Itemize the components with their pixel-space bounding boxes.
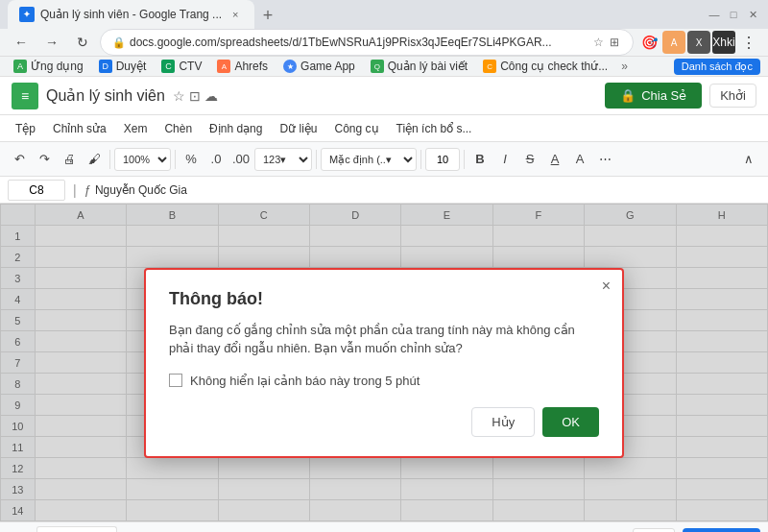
undo-button[interactable]: ↶ <box>8 148 31 171</box>
minimize-button[interactable]: — <box>707 7 722 22</box>
bold-button[interactable]: B <box>468 148 492 171</box>
khoi-button[interactable]: Khởi <box>709 84 756 108</box>
italic-button[interactable]: I <box>493 148 516 171</box>
sheets-logo-icon: ≡ <box>21 88 29 104</box>
share-button[interactable]: 🔒 Chia Sẻ <box>605 83 702 109</box>
collapse-toolbar-button[interactable]: ∧ <box>737 148 760 171</box>
sheets-title-icons: ☆ ⊡ ☁ <box>173 88 218 104</box>
bookmark-game-icon: ★ <box>283 60 297 73</box>
browser-window: ✦ Quản lý sinh viên - Google Trang ... ×… <box>0 0 768 532</box>
number-format-select[interactable]: 123▾ <box>254 148 312 171</box>
redo-button[interactable]: ↷ <box>33 148 56 171</box>
paint-format-button[interactable]: 🖌 <box>83 148 106 171</box>
bookmark-duyet-icon: D <box>99 60 112 73</box>
format-decimal-button[interactable]: .0 <box>204 148 228 171</box>
filter-select[interactable]: abc ▾ <box>633 528 676 532</box>
bookmark-ahrefs-label: Ahrefs <box>234 60 268 73</box>
dialog-checkbox-row: Không hiển lại cảnh báo này trong 5 phút <box>169 374 599 388</box>
sheets-title: Quản lý sinh viên <box>46 86 165 105</box>
bookmark-check-label: Công cụ check thứ... <box>500 60 608 73</box>
dialog-checkbox[interactable] <box>169 374 182 387</box>
bookmarks-more-button[interactable]: » <box>621 60 628 73</box>
dialog-close-button[interactable]: × <box>602 278 611 295</box>
dialog-message: Bạn đang cố gắng chỉnh sửa một phần của … <box>169 321 599 358</box>
explore-button[interactable]: + Khám phá <box>683 528 760 533</box>
font-family-select[interactable]: Mặc định (..▾ <box>321 148 417 171</box>
dialog-checkbox-label: Không hiển lại cảnh báo này trong 5 phút <box>190 374 420 388</box>
bookmark-ahrefs[interactable]: A Ahrefs <box>211 57 274 76</box>
bookmark-apps[interactable]: A Ứng dụng <box>8 57 89 76</box>
address-action-icons: ☆ ⊞ <box>591 34 621 51</box>
tab-close-button[interactable]: × <box>228 7 243 22</box>
function-icon[interactable]: ƒ <box>84 182 91 197</box>
menu-chen[interactable]: Chèn <box>156 119 200 138</box>
add-sheet-button[interactable]: + <box>8 529 16 533</box>
close-button[interactable]: ✕ <box>745 7 760 22</box>
ok-button[interactable]: OK <box>542 407 599 437</box>
active-tab[interactable]: ✦ Quản lý sinh viên - Google Trang ... × <box>8 0 254 29</box>
bookmark-ahrefs-icon: A <box>217 60 230 73</box>
window-controls: — □ ✕ <box>707 7 760 22</box>
bookmark-check[interactable]: C Công cụ check thứ... <box>477 57 613 76</box>
back-button[interactable]: ← <box>8 29 35 56</box>
format-decimal2-button[interactable]: .00 <box>229 148 252 171</box>
share-label: Chia Sẻ <box>641 88 686 103</box>
lock-icon: 🔒 <box>112 36 126 49</box>
dialog-buttons: Hủy OK <box>169 407 599 437</box>
menu-cong-cu[interactable]: Công cụ <box>326 119 386 138</box>
bottom-right: abc ▾ + Khám phá <box>633 528 760 533</box>
maximize-button[interactable]: □ <box>726 7 741 22</box>
menu-dinh-dang[interactable]: Định dạng <box>202 119 270 138</box>
bookmark-star-icon[interactable]: ☆ <box>591 34 606 51</box>
share-lock-icon: 🔒 <box>620 88 636 103</box>
ext-icon-4[interactable]: Xhki <box>712 31 735 54</box>
menu-chinh-sua[interactable]: Chỉnh sửa <box>45 119 114 138</box>
more-formats-button[interactable]: ⋯ <box>593 148 616 171</box>
bookmarks-bar: A Ứng dụng D Duyệt C CTV A Ahrefs ★ Game… <box>0 57 768 77</box>
forward-button[interactable]: → <box>38 29 65 56</box>
bookmark-viet[interactable]: Q Quản lý bài viết <box>365 57 473 76</box>
reading-list-area: Danh sách đọc <box>674 59 760 75</box>
cancel-button[interactable]: Hủy <box>471 407 535 437</box>
star-icon[interactable]: ☆ <box>173 88 185 104</box>
address-input[interactable]: 🔒 docs.google.com/spreadsheets/d/1TbEwNS… <box>100 29 634 56</box>
formula-separator: | <box>73 182 77 198</box>
bookmark-apps-label: Ứng dụng <box>31 60 84 73</box>
dialog-overlay: × Thông báo! Bạn đang cố gắng chỉnh sửa … <box>0 204 768 521</box>
menu-xem[interactable]: Xem <box>116 119 156 138</box>
strikethrough-button[interactable]: S <box>518 148 541 171</box>
bookmark-game[interactable]: ★ Game App <box>277 57 361 76</box>
bookmark-ctv[interactable]: C CTV <box>156 57 207 76</box>
dialog-title: Thông báo! <box>169 289 599 309</box>
toolbar: ↶ ↷ 🖨 🖌 100% % .0 .00 123▾ Mặc định (..▾… <box>0 142 768 177</box>
bookmark-viet-icon: Q <box>371 60 384 73</box>
underline-button[interactable]: A <box>543 148 566 171</box>
zoom-select[interactable]: 100% <box>114 148 171 171</box>
toolbar-separator-3 <box>316 150 317 169</box>
menu-tep[interactable]: Tệp <box>8 119 43 138</box>
menu-tien-ich[interactable]: Tiện ích bổ s... <box>389 119 480 138</box>
formula-input[interactable]: Nguyễn Quốc Gia <box>95 180 760 201</box>
cell-reference-input[interactable]: C8 <box>8 180 65 201</box>
font-size-input[interactable] <box>425 148 460 171</box>
toolbar-separator-2 <box>175 150 176 169</box>
new-tab-button[interactable]: + <box>254 2 281 29</box>
refresh-button[interactable]: ↻ <box>69 29 96 56</box>
print-button[interactable]: 🖨 <box>58 148 81 171</box>
bookmark-duyet[interactable]: D Duyệt <box>93 57 153 76</box>
grid-area: A B C D E F G H 1 2 3 4 5 6 <box>0 204 768 521</box>
reading-list-button[interactable]: Danh sách đọc <box>674 59 760 75</box>
ext-icon-3[interactable]: X <box>687 31 710 54</box>
browser-menu-button[interactable]: ⋮ <box>737 34 760 52</box>
ext-icon-1[interactable]: 🎯 <box>637 31 660 54</box>
percent-button[interactable]: % <box>180 148 203 171</box>
font-color-button[interactable]: A <box>568 148 591 171</box>
sheets-header-right: 🔒 Chia Sẻ Khởi <box>605 83 756 109</box>
ext-icon-2[interactable]: A <box>662 31 685 54</box>
sheet-tab-sinh-vien[interactable]: Sinh viên ▾ <box>36 526 117 532</box>
menu-du-lieu[interactable]: Dữ liệu <box>272 119 324 138</box>
formula-bar: C8 | ƒ Nguyễn Quốc Gia <box>0 177 768 204</box>
move-icon[interactable]: ⊡ <box>189 88 201 104</box>
title-bar: ✦ Quản lý sinh viên - Google Trang ... ×… <box>0 0 768 29</box>
extension-icon[interactable]: ⊞ <box>608 34 621 51</box>
